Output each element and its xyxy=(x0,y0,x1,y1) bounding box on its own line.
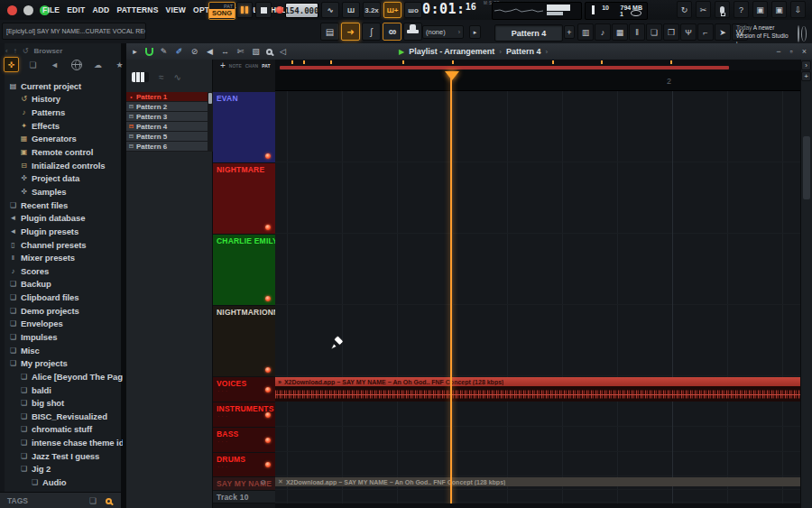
mini-tab-note[interactable]: NOTE xyxy=(229,63,242,69)
browser-item[interactable]: ❏ Recent files xyxy=(5,199,123,212)
metronome-icon[interactable]: ∿ xyxy=(321,2,339,18)
track-status-dot[interactable] xyxy=(265,367,271,373)
playlist-track-header[interactable]: DRUMS ··· xyxy=(213,453,275,477)
pause-button[interactable] xyxy=(236,2,253,18)
browser-item[interactable]: ❏ Backup xyxy=(5,278,123,291)
pattern-list-scroll-thumb[interactable] xyxy=(208,93,212,104)
bottom-scrollbar[interactable] xyxy=(275,503,800,508)
mixer-icon[interactable]: ‖ xyxy=(629,23,645,41)
menu-item[interactable]: EDIT xyxy=(67,5,85,14)
track-status-dot[interactable] xyxy=(265,153,271,159)
browser-panel-icon[interactable]: ❏ xyxy=(646,23,662,41)
browser-item[interactable]: ❏ baldi xyxy=(5,383,123,397)
playlist-lane[interactable] xyxy=(275,427,800,452)
timeline-ruler[interactable]: 2 xyxy=(275,70,800,91)
playlist-lane[interactable] xyxy=(275,234,800,305)
link-tool-button[interactable]: 8 xyxy=(383,23,401,41)
performance-mode-icon[interactable]: ⌐ xyxy=(697,23,714,41)
playlist-lane[interactable] xyxy=(275,305,800,376)
add-pattern-button[interactable]: + xyxy=(564,25,575,39)
playback-tool-icon[interactable]: ◁ xyxy=(278,47,288,56)
globe-icon[interactable] xyxy=(798,25,799,42)
slip-tool-icon[interactable]: ↔ xyxy=(220,47,230,56)
browser-item[interactable]: ↺ History xyxy=(5,93,123,106)
paint-tool-icon[interactable]: ✐ xyxy=(174,47,184,56)
back-icon[interactable]: ‹ xyxy=(5,47,8,55)
minimize-window-button[interactable] xyxy=(23,5,33,15)
playlist-lane[interactable] xyxy=(275,162,800,234)
pattern-row[interactable]: ⊟ Pattern 6 xyxy=(126,142,208,152)
browser-item[interactable]: ❏ intense chase theme idk xyxy=(5,436,123,449)
cpu-panel[interactable]: 10 794 MB 1 xyxy=(585,2,648,20)
search-icon[interactable] xyxy=(106,498,112,504)
pattern-row[interactable]: • Pattern 1 xyxy=(126,92,208,102)
playlist-title-bar[interactable]: ▸ ✎ ✐ ⊘ ◀ ↔ ✄ ▧ ◁ ▶ Playlist - Arrangeme… xyxy=(126,43,812,60)
sync-button[interactable]: ↻ xyxy=(677,1,692,18)
arrow-tool-button[interactable]: ➜ xyxy=(341,23,360,41)
browser-item[interactable]: ❏ chromatic stuff xyxy=(5,423,123,437)
playlist-track-header[interactable]: NIGHTMARIONNE xyxy=(213,306,275,377)
playlist-lane[interactable] xyxy=(275,490,800,503)
browser-item[interactable]: ❏ Envelopes xyxy=(5,318,123,331)
browser-item[interactable]: ✜ Project data xyxy=(5,171,123,185)
close-window-button[interactable] xyxy=(7,5,17,15)
pattern-row[interactable]: ⊟ Pattern 2 xyxy=(126,102,208,112)
export-button[interactable]: ⇩ xyxy=(790,1,806,18)
browser-item[interactable]: ◄ Plugin presets xyxy=(5,225,123,238)
snap-selector[interactable]: (none) › xyxy=(422,25,464,39)
browser-item[interactable]: ❏ Misc xyxy=(5,344,123,357)
playhead-marker[interactable] xyxy=(445,71,459,80)
audio-clip[interactable]: » X2Download.app ~ SAY MY NAME ~ An Oh G… xyxy=(275,377,800,402)
help-button[interactable]: ? xyxy=(734,1,749,18)
song-label[interactable]: SONG xyxy=(209,9,235,18)
countdown-icon[interactable]: 3.2x xyxy=(363,2,381,18)
track-muted-icon[interactable]: ⊘ xyxy=(260,478,266,486)
zoom-tool-icon[interactable] xyxy=(266,49,272,55)
playlist-track-header[interactable]: INSTRUMENTS ··· xyxy=(213,402,275,428)
browser-item[interactable]: ♪ Scores xyxy=(5,264,123,278)
mute-tool-icon[interactable]: ◀ xyxy=(205,47,215,56)
maximize-icon[interactable]: ▫ xyxy=(790,47,793,56)
playlist-track-header[interactable]: Track 10 xyxy=(213,491,275,503)
close-icon[interactable]: × xyxy=(802,47,807,56)
browser-item[interactable]: ▤ Current project xyxy=(5,79,123,93)
pat-song-toggle[interactable]: PAT SONG xyxy=(208,2,235,20)
browser-item[interactable]: ❏ My projects xyxy=(5,356,123,370)
scroll-right-button[interactable]: › xyxy=(801,60,811,70)
automation-mode-icon[interactable]: ∿ xyxy=(174,72,181,82)
playlist-lane[interactable] xyxy=(275,452,800,476)
playlist-track-header[interactable]: BASS ··· xyxy=(213,428,275,453)
piano-roll-icon[interactable]: ♪ xyxy=(595,23,611,41)
track-status-dot[interactable] xyxy=(265,296,271,301)
browser-item[interactable]: ❏ Impulses xyxy=(5,330,123,344)
tab-online[interactable] xyxy=(69,57,84,72)
browser-item[interactable]: ✦ Effects xyxy=(5,119,123,133)
pat-label[interactable]: PAT xyxy=(209,3,235,9)
mini-tab-chan[interactable]: CHAN xyxy=(245,63,258,69)
menu-item[interactable]: VIEW xyxy=(166,5,187,14)
save-button[interactable]: ▣ xyxy=(752,1,768,18)
touch-controller-icon[interactable]: ➤ xyxy=(715,23,731,41)
export-project-icon[interactable]: ❐ xyxy=(663,23,679,41)
delete-tool-icon[interactable]: ⊘ xyxy=(189,47,199,56)
playlist-crumb-pattern[interactable]: Pattern 4 xyxy=(506,47,541,56)
browser-item[interactable]: ❏ big shot xyxy=(5,396,123,410)
record-button[interactable] xyxy=(273,2,285,18)
menu-item[interactable]: ADD xyxy=(92,5,109,14)
update-notification[interactable]: Today A newer version of FL Studio i... xyxy=(736,23,796,40)
mini-tab-pat[interactable]: PAT xyxy=(262,63,270,69)
browser-item[interactable]: ‖ Mixer presets xyxy=(5,251,123,264)
browser-item[interactable]: ✜ Samples xyxy=(5,185,123,199)
zoom-add-button[interactable]: + xyxy=(801,71,811,81)
playlist-title[interactable]: Playlist - Arrangement xyxy=(409,47,494,56)
tempo-display[interactable]: 154.000 xyxy=(285,3,318,18)
channel-rack-icon[interactable]: ▦ xyxy=(612,23,628,41)
track-status-dot[interactable] xyxy=(265,387,271,393)
snap-menu-button[interactable]: ▸ xyxy=(469,25,481,39)
browser-item[interactable]: ❏ Jazz Test I guess xyxy=(5,449,123,463)
record-audio-button[interactable] xyxy=(715,1,730,18)
minimize-icon[interactable]: − xyxy=(776,47,780,56)
slice-tool-icon[interactable]: ✄ xyxy=(235,47,245,56)
scrollbar-content-preview[interactable] xyxy=(280,66,729,69)
playlist-track-header[interactable]: SAY MY NAME ⊘ xyxy=(213,477,275,491)
